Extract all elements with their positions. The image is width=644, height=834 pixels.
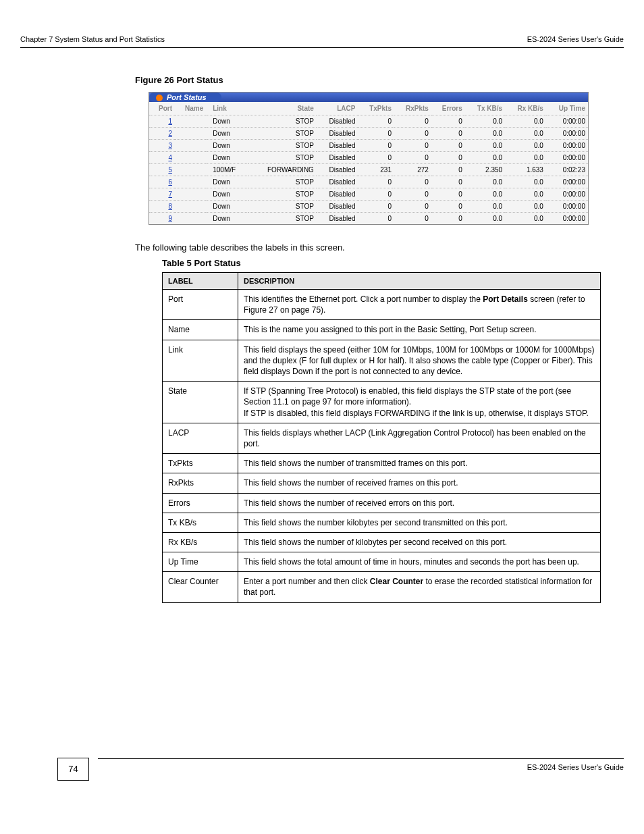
port-cell: Down — [206, 140, 248, 152]
port-cell — [175, 176, 206, 188]
port-cell: FORWARDING — [248, 164, 317, 176]
port-cell: STOP — [248, 201, 317, 213]
desc-label: LACP — [163, 423, 238, 453]
chapter-title: Chapter 7 System Status and Port Statist… — [20, 35, 165, 43]
port-cell: 231 — [358, 164, 394, 176]
desc-text: This field shows the number of received … — [238, 473, 601, 493]
port-cell: STOP — [248, 140, 317, 152]
port-cell — [175, 128, 206, 140]
ps-col-link: Link — [206, 102, 248, 115]
port-row: 8DownSTOPDisabled0000.00.00:00:00 — [149, 201, 588, 213]
ps-col-uptime: Up Time — [546, 102, 588, 115]
desc-text: This field shows the number kilobytes pe… — [238, 513, 601, 532]
desc-row: TxPktsThis field shows the number of tra… — [163, 454, 601, 473]
port-cell: Disabled — [317, 201, 358, 213]
port-cell: 0.0 — [465, 140, 505, 152]
port-cell: 0 — [431, 213, 465, 225]
port-cell: 0 — [394, 140, 431, 152]
port-cell: 0 — [431, 152, 465, 164]
port-cell: 0 — [394, 213, 431, 225]
desc-label: Name — [163, 320, 238, 340]
desc-label: State — [163, 382, 238, 423]
port-cell: 0:00:00 — [546, 152, 588, 164]
port-cell: 0 — [358, 152, 394, 164]
port-cell: 0:00:00 — [546, 128, 588, 140]
port-link[interactable]: 5 — [149, 164, 175, 176]
port-cell: Disabled — [317, 213, 358, 225]
port-cell — [175, 140, 206, 152]
ps-col-rxpkts: RxPkts — [394, 102, 431, 115]
port-cell: 272 — [394, 164, 431, 176]
port-link[interactable]: 4 — [149, 152, 175, 164]
port-cell: 0.0 — [505, 176, 546, 188]
desc-row: Up TimeThis field shows the total amount… — [163, 552, 601, 572]
desc-row: PortThis identifies the Ethernet port. C… — [163, 290, 601, 320]
port-cell — [175, 152, 206, 164]
ps-col-txkbs: Tx KB/s — [465, 102, 505, 115]
port-cell: 0 — [358, 176, 394, 188]
port-cell: Disabled — [317, 188, 358, 201]
port-link[interactable]: 7 — [149, 188, 175, 201]
desc-label: Tx KB/s — [163, 513, 238, 532]
ps-col-lacp: LACP — [317, 102, 358, 115]
port-link[interactable]: 1 — [149, 115, 175, 128]
port-row: 7DownSTOPDisabled0000.00.00:00:00 — [149, 188, 588, 201]
guide-title-top: ES-2024 Series User's Guide — [527, 35, 624, 43]
port-cell: 0 — [431, 176, 465, 188]
port-status-table: PortNameLinkStateLACPTxPktsRxPktsErrorsT… — [149, 102, 588, 224]
ps-col-port: Port — [149, 102, 175, 115]
port-row: 6DownSTOPDisabled0000.00.00:00:00 — [149, 176, 588, 188]
figure-caption: Figure 26 Port Status — [135, 75, 624, 85]
desc-text: If STP (Spanning Tree Protocol) is enabl… — [238, 382, 601, 423]
port-cell: 0 — [358, 213, 394, 225]
port-cell: STOP — [248, 115, 317, 128]
port-cell: 0 — [431, 115, 465, 128]
port-row: 2DownSTOPDisabled0000.00.00:00:00 — [149, 128, 588, 140]
port-cell: 0.0 — [505, 140, 546, 152]
port-link[interactable]: 2 — [149, 128, 175, 140]
guide-title-bottom: ES-2024 Series User's Guide — [527, 763, 624, 771]
port-cell: 0.0 — [465, 115, 505, 128]
port-cell: Disabled — [317, 115, 358, 128]
port-cell: 0:00:00 — [546, 201, 588, 213]
desc-label: Rx KB/s — [163, 532, 238, 552]
desc-text: This identifies the Ethernet port. Click… — [238, 290, 601, 320]
port-cell: 0:00:00 — [546, 140, 588, 152]
port-cell: Down — [206, 152, 248, 164]
desc-text: This field displays the speed (either 10… — [238, 340, 601, 382]
description-table: LABEL DESCRIPTION PortThis identifies th… — [162, 272, 601, 603]
port-cell: Down — [206, 213, 248, 225]
port-cell: 0.0 — [465, 188, 505, 201]
port-row: 9DownSTOPDisabled0000.00.00:00:00 — [149, 213, 588, 225]
port-cell: 0 — [358, 188, 394, 201]
port-cell: 0.0 — [505, 213, 546, 225]
port-cell: 0.0 — [465, 201, 505, 213]
port-link[interactable]: 9 — [149, 213, 175, 225]
desc-label: Clear Counter — [163, 572, 238, 602]
port-cell: 0.0 — [505, 152, 546, 164]
port-cell: Down — [206, 201, 248, 213]
desc-row: LinkThis field displays the speed (eithe… — [163, 340, 601, 382]
desc-row: LACPThis fields displays whether LACP (L… — [163, 423, 601, 453]
port-cell: 100M/F — [206, 164, 248, 176]
port-cell — [175, 164, 206, 176]
ps-col-errors: Errors — [431, 102, 465, 115]
port-cell: Down — [206, 176, 248, 188]
port-link[interactable]: 3 — [149, 140, 175, 152]
port-link[interactable]: 6 — [149, 176, 175, 188]
port-cell: 1.633 — [505, 164, 546, 176]
desc-row: Tx KB/sThis field shows the number kilob… — [163, 513, 601, 532]
port-cell: 0 — [431, 164, 465, 176]
port-cell: 0:00:00 — [546, 213, 588, 225]
port-row: 4DownSTOPDisabled0000.00.00:00:00 — [149, 152, 588, 164]
port-cell: 0 — [358, 115, 394, 128]
port-cell: 0:00:00 — [546, 188, 588, 201]
desc-text: This field shows the number of transmitt… — [238, 454, 601, 473]
port-link[interactable]: 8 — [149, 201, 175, 213]
port-cell — [175, 201, 206, 213]
port-cell: Disabled — [317, 152, 358, 164]
ps-col-state: State — [248, 102, 317, 115]
port-cell: 0:02:23 — [546, 164, 588, 176]
port-cell: STOP — [248, 152, 317, 164]
port-cell: 0 — [431, 188, 465, 201]
